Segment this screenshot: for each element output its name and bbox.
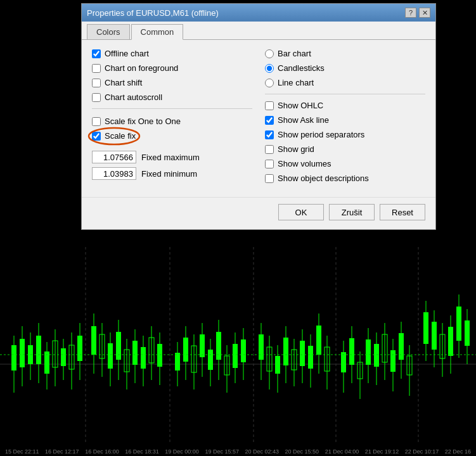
svg-rect-98 xyxy=(423,312,428,344)
cancel-button[interactable]: Zrušit xyxy=(329,204,375,220)
show-volumes-checkbox[interactable] xyxy=(265,160,274,168)
show-obj-desc-label: Show object descriptions xyxy=(278,174,369,183)
chart-label-6: 20 Dec 02:43 xyxy=(245,448,279,455)
svg-rect-10 xyxy=(20,339,25,367)
chart-label-2: 16 Dec 16:00 xyxy=(85,448,119,455)
properties-dialog: Properties of EURUSD,M61 (offline) ? ✕ C… xyxy=(81,3,436,230)
reset-button[interactable]: Reset xyxy=(380,204,425,220)
tab-common[interactable]: Common xyxy=(131,24,184,40)
svg-rect-30 xyxy=(108,343,113,369)
show-obj-desc-checkbox[interactable] xyxy=(265,174,274,183)
dialog-tabs: Colors Common xyxy=(82,22,435,40)
chart-label-11: 22 Dec 16 xyxy=(445,448,471,455)
chart-label-10: 22 Dec 10:17 xyxy=(405,448,439,455)
candlesticks-row: Candlesticks xyxy=(265,63,425,73)
fixed-minimum-row: Fixed minimum xyxy=(92,167,252,180)
offline-chart-row: Offline chart xyxy=(92,49,252,58)
show-ask-label: Show Ask line xyxy=(278,115,329,125)
chart-foreground-checkbox[interactable] xyxy=(92,64,101,73)
svg-rect-66 xyxy=(275,356,280,374)
chart-label-5: 19 Dec 15:57 xyxy=(205,448,239,455)
help-button[interactable]: ? xyxy=(405,8,416,18)
bar-chart-radio[interactable] xyxy=(265,49,274,58)
show-period-sep-row: Show period separators xyxy=(265,130,425,139)
show-ask-row: Show Ask line xyxy=(265,115,425,125)
chart-label-3: 16 Dec 18:31 xyxy=(125,448,159,455)
chart-labels: 15 Dec 22:11 16 Dec 12:17 16 Dec 16:00 1… xyxy=(0,448,476,455)
chart-label-4: 19 Dec 00:00 xyxy=(165,448,199,455)
ok-button[interactable]: OK xyxy=(278,204,324,220)
chart-autoscroll-row: Chart autoscroll xyxy=(92,92,252,102)
bar-chart-row: Bar chart xyxy=(265,49,425,58)
svg-rect-94 xyxy=(399,333,404,360)
svg-rect-58 xyxy=(233,344,238,368)
right-column: Bar chart Candlesticks Line chart Show O… xyxy=(265,49,425,188)
dialog-titlebar: Properties of EURUSD,M61 (offline) ? ✕ xyxy=(82,4,435,22)
show-grid-checkbox[interactable] xyxy=(265,145,274,154)
show-period-sep-checkbox[interactable] xyxy=(265,130,274,139)
svg-rect-72 xyxy=(300,341,305,366)
close-button[interactable]: ✕ xyxy=(419,8,430,18)
scale-fix-one-label: Scale fix One to One xyxy=(105,117,181,126)
line-chart-radio[interactable] xyxy=(265,79,274,87)
svg-rect-54 xyxy=(216,332,221,360)
scale-fix-one-checkbox[interactable] xyxy=(92,117,101,126)
show-grid-label: Show grid xyxy=(278,144,314,154)
svg-rect-26 xyxy=(91,326,96,355)
svg-rect-108 xyxy=(465,320,470,346)
fixed-maximum-row: Fixed maximum xyxy=(92,151,252,163)
svg-rect-46 xyxy=(183,338,188,362)
scale-fix-row: Scale fix xyxy=(92,131,136,141)
show-volumes-row: Show volumes xyxy=(265,159,425,168)
svg-rect-50 xyxy=(200,334,205,357)
tab-colors[interactable]: Colors xyxy=(87,24,130,39)
fixed-maximum-label: Fixed maximum xyxy=(141,153,200,162)
scale-fix-checkbox[interactable] xyxy=(92,132,101,141)
chart-label-9: 21 Dec 19:12 xyxy=(365,448,399,455)
chart-shift-row: Chart shift xyxy=(92,78,252,87)
show-period-sep-label: Show period separators xyxy=(278,130,364,139)
offline-chart-checkbox[interactable] xyxy=(92,49,101,58)
svg-rect-20 xyxy=(61,348,66,366)
bar-chart-label: Bar chart xyxy=(278,49,311,58)
show-grid-row: Show grid xyxy=(265,144,425,154)
svg-rect-76 xyxy=(316,326,321,355)
svg-rect-36 xyxy=(132,341,138,365)
line-chart-row: Line chart xyxy=(265,78,425,87)
left-column: Offline chart Chart on foreground Chart … xyxy=(92,49,252,188)
show-volumes-label: Show volumes xyxy=(278,159,331,168)
svg-rect-42 xyxy=(157,344,162,367)
show-ohlc-label: Show OHLC xyxy=(278,101,323,110)
scale-fix-label: Scale fix xyxy=(105,131,136,141)
fixed-minimum-label: Fixed minimum xyxy=(141,169,197,179)
candlesticks-radio[interactable] xyxy=(265,64,274,73)
svg-rect-82 xyxy=(349,338,354,365)
svg-rect-52 xyxy=(208,350,213,370)
svg-rect-60 xyxy=(241,339,246,362)
line-chart-label: Line chart xyxy=(278,78,314,87)
show-ohlc-checkbox[interactable] xyxy=(265,101,274,110)
chart-label-7: 20 Dec 15:50 xyxy=(285,448,319,455)
chart-autoscroll-checkbox[interactable] xyxy=(92,93,101,102)
fixed-minimum-input[interactable] xyxy=(92,167,136,180)
chart-label-0: 15 Dec 22:11 xyxy=(5,448,39,455)
show-ask-checkbox[interactable] xyxy=(265,116,274,125)
show-obj-desc-row: Show object descriptions xyxy=(265,174,425,183)
titlebar-buttons: ? ✕ xyxy=(405,8,430,18)
chart-shift-label: Chart shift xyxy=(105,78,142,87)
svg-rect-88 xyxy=(374,344,379,367)
chart-label-1: 16 Dec 12:17 xyxy=(45,448,79,455)
chart-foreground-row: Chart on foreground xyxy=(92,63,252,73)
scale-fix-one-row: Scale fix One to One xyxy=(92,117,252,126)
chart-shift-checkbox[interactable] xyxy=(92,79,101,87)
svg-rect-14 xyxy=(36,336,41,364)
dialog-footer: OK Zrušit Reset xyxy=(82,197,435,229)
fixed-maximum-input[interactable] xyxy=(92,151,136,163)
svg-rect-100 xyxy=(432,322,437,350)
svg-rect-104 xyxy=(448,327,453,356)
svg-rect-92 xyxy=(390,350,396,372)
svg-rect-24 xyxy=(77,336,82,361)
chart-label-8: 21 Dec 04:00 xyxy=(325,448,359,455)
svg-rect-68 xyxy=(283,338,288,365)
svg-rect-38 xyxy=(141,347,146,369)
